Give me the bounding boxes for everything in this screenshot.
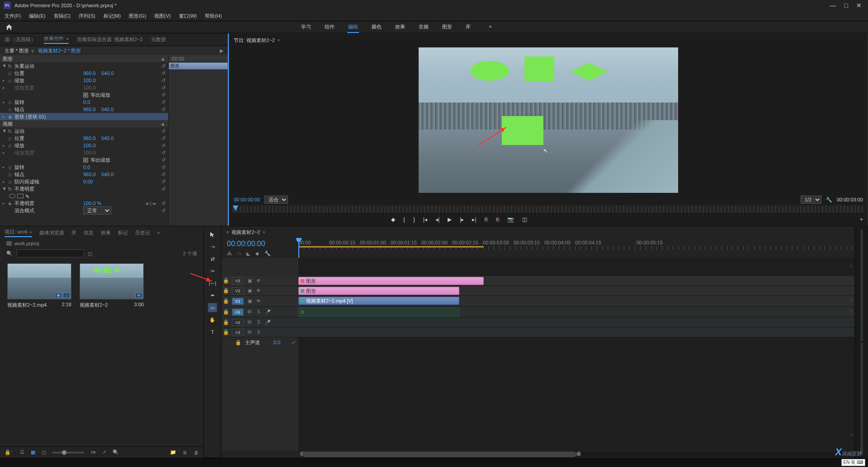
home-icon[interactable] (3, 23, 15, 32)
prop-shape[interactable]: ▸◉形状 (形状 01) (0, 113, 168, 120)
scrollbar-thumb[interactable] (302, 452, 576, 457)
freeform-view-icon[interactable]: ◫ (42, 449, 46, 455)
toggle-output-icon[interactable]: ▣ (245, 278, 254, 283)
solo-icon[interactable]: S (254, 309, 263, 314)
mask-pen-icon[interactable]: ✎ (25, 194, 32, 198)
prop-anchor[interactable]: ◇锚点960.0540.0↺ (0, 106, 168, 113)
voice-icon[interactable]: 🎤 (263, 320, 272, 325)
track-header-a3[interactable]: 🔒A3MS (222, 327, 298, 337)
tab-source[interactable]: 源:（无剪辑） (5, 36, 36, 43)
project-item[interactable]: ⊞ 视频素材2~23:00 (80, 263, 144, 308)
solo-icon[interactable]: S (254, 330, 263, 335)
ws-audio[interactable]: 音频 (418, 22, 429, 33)
timeline-scrollbar[interactable] (302, 452, 851, 457)
lock-icon[interactable]: 🔒⁻ (5, 449, 14, 455)
lock-icon[interactable]: 🔒 (222, 278, 231, 284)
toggle-track-icon[interactable]: 👁 (254, 299, 263, 304)
menu-clip[interactable]: 剪辑(C) (52, 12, 72, 20)
new-bin-icon[interactable]: 📁 (170, 449, 176, 455)
step-fwd-icon[interactable]: |▸ (460, 216, 464, 223)
work-area-bar[interactable] (298, 246, 484, 248)
reset-icon[interactable]: ↺ (161, 135, 165, 141)
prop-position2[interactable]: ◇位置960.0540.0↺ (0, 135, 168, 142)
step-back-icon[interactable]: ◂| (435, 216, 439, 223)
voice-icon[interactable]: 🎤 (263, 309, 272, 314)
timeline-close-icon[interactable]: × (226, 229, 229, 235)
prop-opacity[interactable]: ⯆fx不透明度↺ (0, 185, 168, 192)
ws-learn[interactable]: 学习 (300, 22, 312, 33)
reset-icon[interactable]: ↺ (161, 99, 165, 105)
menu-file[interactable]: 文件(F) (3, 12, 23, 20)
rectangle-tool[interactable]: ▭ (208, 303, 217, 312)
expand-icon[interactable]: ⤢ (292, 340, 296, 346)
ws-edit[interactable]: 编辑 (347, 22, 359, 33)
next-kf-icon[interactable]: ▸ (154, 201, 156, 206)
prop-antiflicker[interactable]: ▸◇防闪烁滤镜0.00↺ (0, 178, 168, 185)
menu-marker[interactable]: 标记(M) (102, 12, 123, 20)
solo-icon[interactable]: S (254, 320, 263, 325)
reset-icon[interactable]: ↺ (161, 92, 165, 98)
clip-audio-a1[interactable] (298, 308, 459, 317)
lift-icon[interactable]: ⎘ (485, 216, 488, 223)
prev-kf-icon[interactable]: ◂ (146, 201, 148, 206)
automate-icon[interactable]: ↗ (102, 449, 106, 455)
lock-icon[interactable]: 🔒 (222, 319, 231, 325)
delete-icon[interactable]: 🗑 (194, 450, 199, 455)
clip-graphic-v2[interactable]: 图形 (298, 287, 459, 295)
project-more[interactable]: » (157, 230, 160, 235)
tab-metadata[interactable]: 元数据 (151, 36, 166, 43)
razor-tool[interactable]: ✂ (208, 266, 217, 276)
toggle-output-icon[interactable]: ▣ (245, 288, 254, 293)
tab-library[interactable]: 库 (71, 229, 76, 236)
tab-effect-controls[interactable]: 效果控件 ≡ (44, 35, 69, 44)
track-select-tool[interactable]: ⇢ (208, 242, 217, 251)
ws-graphics[interactable]: 图形 (441, 22, 453, 33)
reset-icon[interactable]: ↺ (161, 63, 165, 69)
maximize-button[interactable]: □ (844, 2, 848, 9)
mask-ellipse-icon[interactable] (9, 194, 15, 198)
pen-tool[interactable]: ✒ (208, 291, 217, 300)
ripple-edit-tool[interactable]: ⇄ (208, 254, 217, 263)
ws-color[interactable]: 颜色 (371, 22, 382, 33)
prop-rotation2[interactable]: ▸◇旋转0.0↺ (0, 163, 168, 171)
ws-more[interactable]: » (488, 22, 492, 33)
tab-menu-icon[interactable]: ≡ (29, 230, 32, 234)
tab-effects[interactable]: 效果 (101, 229, 111, 236)
tab-markers[interactable]: 标记 (118, 229, 128, 236)
track-header-v3[interactable]: 🔒V3▣👁 (222, 276, 298, 286)
prop-vector-motion[interactable]: ⯆fx矢量运动↺ (0, 62, 168, 70)
shape-rectangle-center[interactable] (502, 116, 543, 145)
prop-scale[interactable]: ▸◇缩放100.0↺ (0, 77, 168, 84)
section-collapse-icon[interactable]: ▲ (160, 56, 165, 61)
shape-square[interactable] (524, 56, 554, 82)
out-point-icon[interactable]: } (413, 216, 415, 223)
track-options-icon[interactable]: ○ (849, 263, 853, 269)
reset-icon[interactable]: ↺ (161, 150, 165, 156)
selection-tool[interactable] (208, 230, 217, 239)
settings-icon[interactable]: ◆ (255, 251, 259, 257)
menu-help[interactable]: 帮助(H) (203, 12, 223, 20)
snap-icon[interactable]: ⁂ (227, 251, 232, 257)
reset-icon[interactable]: ↺ (161, 78, 165, 84)
track-header-v2[interactable]: 🔒V2▣👁 (222, 286, 298, 296)
play-icon[interactable]: ▶ (448, 216, 452, 223)
tab-audio-mixer[interactable]: 音频剪辑混合器: 视频素材2~2 (77, 36, 143, 43)
marker-icon[interactable]: ◆ (391, 216, 395, 223)
reset-icon[interactable]: ↺ (161, 179, 165, 185)
linked-icon[interactable]: ∩ (237, 251, 241, 257)
in-point-icon[interactable]: { (403, 216, 405, 223)
tab-history[interactable]: 历史记 (135, 229, 150, 236)
zoom-select[interactable]: 1/2 (801, 196, 821, 204)
close-button[interactable]: ✕ (856, 2, 862, 9)
blend-mode-select[interactable]: 正常 (83, 206, 111, 215)
reset-icon[interactable]: ↺ (161, 70, 165, 76)
minimize-button[interactable]: — (830, 2, 836, 9)
reset-icon[interactable]: ↺ (161, 107, 165, 112)
toggle-track-icon[interactable]: 👁 (254, 278, 263, 283)
menu-view[interactable]: 视图(V) (152, 12, 173, 20)
toggle-output-icon[interactable]: ▣ (245, 299, 254, 304)
prop-opacity-val[interactable]: ▸◈不透明度100.0 %◂◇▸↺ (0, 200, 168, 207)
settings-icon[interactable]: 🔧 (826, 197, 832, 203)
timeline-menu-icon[interactable]: ≡ (263, 230, 265, 234)
track-options-icon[interactable]: ○ (849, 432, 853, 437)
